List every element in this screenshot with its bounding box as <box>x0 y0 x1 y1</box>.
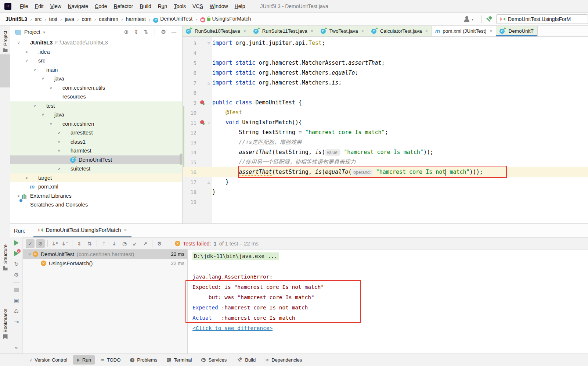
stop-icon[interactable] <box>13 287 20 293</box>
tree-item-target[interactable]: >target <box>10 173 182 183</box>
import-results-icon[interactable]: ↙ <box>130 239 139 248</box>
tree-item-test[interactable]: >test <box>10 101 182 111</box>
menu-refactor[interactable]: Refactor <box>111 2 137 11</box>
run-test-marker-icon[interactable] <box>200 120 205 125</box>
tree-item-java[interactable]: >java <box>10 110 182 119</box>
build-hammer-icon[interactable] <box>486 16 492 22</box>
tree-item-arresttest[interactable]: >arresttest <box>10 128 182 137</box>
menu-help[interactable]: Help <box>231 2 249 11</box>
tree-item--idea[interactable]: >.idea <box>10 47 182 57</box>
more-tool-windows-button[interactable]: » <box>15 345 18 351</box>
breadcrumb-item-test[interactable]: test <box>48 15 58 23</box>
test-tree-row[interactable]: >✕DemoUnitTest (com.ceshiren.harmtest)22… <box>23 250 187 259</box>
toolwindow-button-dependencies[interactable]: ≋Dependencies <box>261 355 306 365</box>
expand-all-icon[interactable]: ⇕ <box>131 29 141 35</box>
toolwindow-button-todo[interactable]: ≡TODO <box>97 355 124 365</box>
breadcrumb-item-src[interactable]: src <box>34 15 42 23</box>
toolwindow-button-problems[interactable]: !Problems <box>126 355 161 365</box>
breadcrumb-item-harmtest[interactable]: harmtest <box>125 15 147 23</box>
sidebar-item-structure[interactable]: Structure <box>0 244 10 270</box>
chevron-icon[interactable]: > <box>25 58 29 64</box>
close-icon[interactable]: × <box>361 29 364 34</box>
menu-tools[interactable]: Tools <box>170 2 189 11</box>
tree-item-com-ceshiren[interactable]: >com.ceshiren <box>10 119 182 129</box>
gear-icon[interactable]: ⚙ <box>159 29 169 35</box>
chevron-icon[interactable]: > <box>28 251 32 257</box>
fold-close-icon[interactable]: △ <box>208 180 210 184</box>
tree-item-java[interactable]: >java <box>10 74 182 83</box>
fold-open-icon[interactable]: ▽ <box>208 121 210 125</box>
collapse-all-icon[interactable]: ⇅ <box>141 29 151 35</box>
chevron-icon[interactable]: > <box>17 40 21 46</box>
tree-item-harmtest[interactable]: >harmtest <box>10 146 182 155</box>
tab-runsuite10test-java[interactable]: CRunSuite10Test.java× <box>183 26 250 36</box>
chevron-icon[interactable]: > <box>15 194 22 198</box>
close-icon[interactable]: × <box>425 29 428 34</box>
code-area[interactable]: 3▽4567△891011▽121314151617△1819 import o… <box>183 37 588 223</box>
menu-edit[interactable]: Edit <box>32 2 47 11</box>
thread-dump-icon[interactable]: ▣ <box>13 297 20 304</box>
chevron-down-icon[interactable]: ▾ <box>43 30 45 34</box>
toolwindow-button-run[interactable]: Run <box>73 355 95 365</box>
tree-item-external-libraries[interactable]: >External Libraries <box>10 191 182 201</box>
fold-close-icon[interactable]: △ <box>208 81 210 85</box>
expand-all-icon[interactable]: ⇕ <box>75 239 84 248</box>
fold-open-icon[interactable]: ▽ <box>208 42 210 45</box>
breadcrumb-item-usingisformatch[interactable]: mUsingIsForMatch <box>199 15 252 24</box>
hide-panel-icon[interactable]: — <box>169 29 179 35</box>
gc-icon[interactable]: ♺ <box>13 308 20 315</box>
toolwindow-button-terminal[interactable]: >_Terminal <box>163 355 195 365</box>
chevron-icon[interactable]: > <box>24 50 30 54</box>
chevron-icon[interactable]: > <box>56 130 62 135</box>
panel-splitter-handle[interactable] <box>180 154 183 165</box>
chevron-icon[interactable]: > <box>41 112 45 118</box>
chevron-icon[interactable]: > <box>57 139 61 145</box>
chevron-icon[interactable]: > <box>57 148 61 154</box>
sidebar-item-project[interactable]: Project <box>0 31 10 52</box>
tree-item-demounittest[interactable]: CDemoUnitTest <box>10 155 182 165</box>
breadcrumb-item-ceshiren[interactable]: ceshiren <box>98 15 119 23</box>
tree-item-junit5l3[interactable]: >JUnit5L3F:\JavaCode\JUnit5L3 <box>10 38 182 47</box>
ignore-icon[interactable]: ⊘ <box>36 239 45 248</box>
history-icon[interactable]: ◔ <box>120 239 129 248</box>
chevron-icon[interactable]: > <box>33 67 37 73</box>
chevron-icon[interactable]: > <box>48 86 54 90</box>
user-icon[interactable] <box>463 16 470 22</box>
settings-icon[interactable]: ⚙ <box>155 239 164 248</box>
chevron-icon[interactable]: > <box>33 103 37 109</box>
toolwindow-button-version-control[interactable]: ⑂Version Control <box>26 355 71 365</box>
tree-item-src[interactable]: >src <box>10 56 182 65</box>
chevron-icon[interactable]: > <box>41 76 45 82</box>
tree-item-suitetest[interactable]: >suitetest <box>10 164 182 173</box>
menu-code[interactable]: Code <box>91 2 110 11</box>
test-tree-row[interactable]: ✕UsingIsForMatch()22 ms <box>23 259 187 268</box>
rerun-failed-icon[interactable]: 9 <box>13 250 20 257</box>
toolwindow-button-build[interactable]: Build <box>232 355 259 365</box>
project-view-title[interactable]: Project <box>24 29 40 35</box>
run-tab[interactable]: DemoUnitTest.UsingIsForMatch × <box>33 224 131 237</box>
menu-navigate[interactable]: Navigate <box>65 2 91 11</box>
tree-item-com-ceshiren-utils[interactable]: >com.ceshiren.utils <box>10 83 182 93</box>
sort-custom-icon[interactable]: ↓⁼ <box>61 239 69 248</box>
run-test-marker-icon[interactable] <box>200 100 205 105</box>
pin-icon[interactable]: ⇥ <box>13 319 20 325</box>
breadcrumb-item-demounittest[interactable]: CDemoUnitTest <box>152 15 193 24</box>
close-icon[interactable]: × <box>311 29 313 34</box>
breadcrumb-item-junit5l3[interactable]: JUnit5L3 <box>5 15 28 23</box>
previous-icon[interactable]: ↑ <box>100 239 108 248</box>
next-icon[interactable]: ↓ <box>110 239 119 248</box>
export-results-icon[interactable]: ↗ <box>141 239 149 248</box>
tree-item-class1[interactable]: >class1 <box>10 137 182 147</box>
tree-item-pom-xml[interactable]: mpom.xml <box>10 182 182 191</box>
tab-demounitt[interactable]: CDemoUnitT <box>496 26 537 36</box>
show-passed-icon[interactable]: ✓ <box>26 239 35 248</box>
rerun-icon[interactable] <box>13 240 20 246</box>
sidebar-item-bookmarks[interactable]: Bookmarks <box>0 309 10 339</box>
tree-item-resources[interactable]: resources <box>10 92 182 101</box>
tab-calculatortest-java[interactable]: CCalculatorTest.java× <box>368 26 432 36</box>
auto-test-icon[interactable]: ↻ <box>13 261 20 268</box>
menu-vcs[interactable]: VCS <box>189 2 206 11</box>
close-icon[interactable]: × <box>490 29 492 34</box>
chevron-down-icon[interactable]: ▾ <box>472 17 473 21</box>
menu-file[interactable]: File <box>17 2 32 11</box>
